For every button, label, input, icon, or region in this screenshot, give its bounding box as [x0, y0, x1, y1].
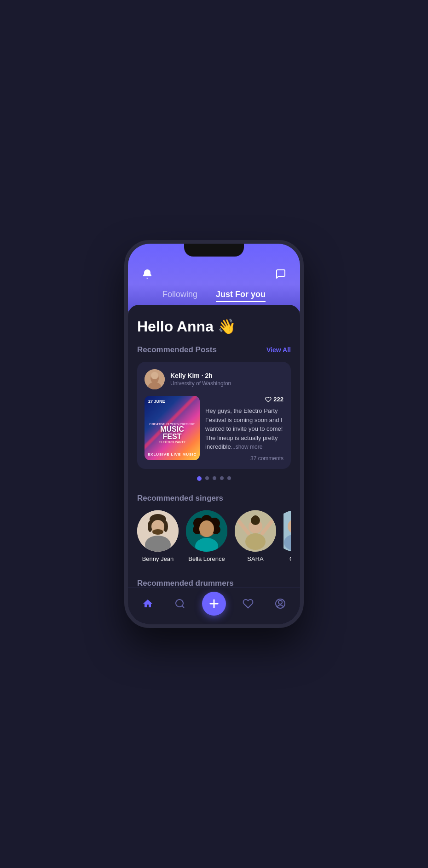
dot-2[interactable]	[205, 476, 209, 480]
home-icon	[142, 598, 153, 609]
singer-avatar-gi	[283, 510, 291, 552]
singer-photo-sara	[235, 510, 276, 552]
music-fest-title-line1: MUSIC	[150, 426, 195, 433]
nav-profile[interactable]	[270, 594, 290, 614]
benny-avatar-svg	[137, 510, 179, 552]
view-all-button[interactable]: View All	[266, 346, 291, 354]
carousel-dots	[137, 476, 291, 481]
singers-list: Benny Jean	[137, 510, 291, 566]
dot-3[interactable]	[213, 476, 216, 480]
dot-4[interactable]	[220, 476, 224, 480]
singer-gi[interactable]: Gi...	[283, 510, 291, 562]
recommended-posts-title: Recommended Posts	[137, 345, 217, 354]
singer-name-sara: SARA	[247, 555, 263, 562]
post-body: 27 JUNE CREATIVE FLYERS PRESENT MUSIC FE…	[145, 396, 283, 462]
tab-following[interactable]: Following	[162, 290, 197, 302]
notification-button[interactable]	[139, 266, 156, 282]
music-fest-date: 27 JUNE	[148, 400, 165, 404]
author-avatar	[145, 369, 165, 389]
singer-bella[interactable]: Bella Lorence	[186, 510, 227, 562]
recommended-posts-header: Recommended Posts View All	[137, 345, 291, 354]
notch	[184, 244, 244, 257]
avatar-svg	[145, 369, 165, 389]
post-likes: 222	[205, 396, 283, 403]
heart-icon	[265, 396, 272, 403]
chat-icon	[275, 268, 286, 280]
nav-likes[interactable]	[238, 594, 258, 614]
singer-photo-bella	[186, 510, 227, 552]
music-fest-live: EXLUSIVE LIVE MUSIC	[145, 452, 200, 457]
dot-1[interactable]	[197, 476, 202, 481]
nav-home[interactable]	[138, 594, 158, 614]
user-circle-icon	[275, 598, 286, 609]
bella-avatar-svg	[186, 510, 227, 552]
greeting-text: Hello Anna 👋	[137, 318, 291, 335]
post-image: 27 JUNE CREATIVE FLYERS PRESENT MUSIC FE…	[145, 396, 200, 460]
post-content: 222 Hey guys, the Electro Party Festival…	[205, 396, 283, 462]
author-name: Kelly Kim · 2h	[170, 372, 231, 379]
screen: Following Just For you Hello Anna 👋 Reco…	[128, 244, 300, 624]
drummers-title: Recommended drummers	[137, 579, 234, 588]
singer-name-gi: Gi...	[283, 555, 291, 562]
singer-photo-benny	[137, 510, 179, 552]
svg-line-34	[182, 605, 184, 607]
author-info: Kelly Kim · 2h University of Washington	[170, 372, 231, 387]
singer-name-benny: Benny Jean	[142, 555, 174, 562]
svg-point-19	[199, 520, 214, 537]
gi-avatar-svg	[283, 510, 291, 552]
svg-point-11	[152, 529, 163, 535]
tab-just-for-you[interactable]: Just For you	[216, 290, 266, 302]
sara-avatar-svg	[235, 510, 276, 552]
singer-photo-gi	[283, 510, 291, 552]
nav-add[interactable]	[202, 592, 226, 616]
bottom-nav	[128, 588, 300, 624]
singers-header: Recommended singers	[137, 494, 291, 503]
singer-avatar-sara	[235, 510, 276, 552]
music-fest-graphic: 27 JUNE CREATIVE FLYERS PRESENT MUSIC FE…	[145, 396, 200, 460]
post-comments: 37 comments	[205, 455, 283, 462]
plus-icon	[208, 597, 220, 610]
nav-search[interactable]	[170, 594, 190, 614]
show-more-link[interactable]: ...show more	[231, 444, 263, 450]
svg-point-24	[252, 515, 259, 522]
post-text: Hey guys, the Electro Party Festival is …	[205, 406, 283, 451]
singer-benny[interactable]: Benny Jean	[137, 510, 179, 562]
likes-count: 222	[273, 396, 283, 403]
music-fest-party: ELECTRO PARTY	[150, 440, 195, 444]
svg-point-33	[176, 600, 183, 607]
main-content: Hello Anna 👋 Recommended Posts View All	[128, 305, 300, 624]
avatar-image	[145, 369, 165, 389]
post-card: Kelly Kim · 2h University of Washington …	[137, 362, 291, 469]
bell-icon	[142, 268, 153, 280]
post-author: Kelly Kim · 2h University of Washington	[145, 369, 283, 389]
singer-name-bella: Bella Lorence	[188, 555, 225, 562]
svg-point-27	[245, 533, 266, 550]
svg-point-2	[151, 372, 158, 379]
singer-avatar-bella	[186, 510, 227, 552]
singers-title: Recommended singers	[137, 494, 223, 503]
drummers-header: Recommended drummers	[137, 579, 291, 588]
phone-frame: Following Just For you Hello Anna 👋 Reco…	[124, 240, 304, 628]
heart-nav-icon	[243, 598, 254, 609]
nav-tabs: Following Just For you	[128, 290, 300, 302]
singer-sara[interactable]: SARA	[235, 510, 276, 562]
music-fest-title-line2: FEST	[150, 433, 195, 440]
header-icons	[128, 266, 300, 290]
message-button[interactable]	[272, 266, 289, 282]
search-icon	[174, 598, 185, 609]
svg-point-38	[278, 600, 282, 604]
singer-avatar-benny	[137, 510, 179, 552]
dot-5[interactable]	[227, 476, 231, 480]
author-school: University of Washington	[170, 380, 231, 387]
